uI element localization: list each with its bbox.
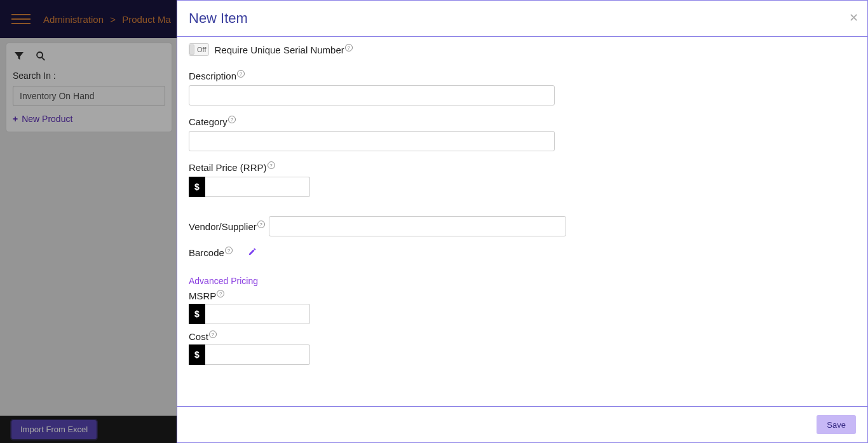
retail-text: Retail Price (RRP)	[189, 162, 267, 173]
currency-prefix: $	[189, 304, 205, 324]
msrp-label: MSRP?	[189, 290, 224, 301]
help-icon[interactable]: ?	[257, 221, 265, 228]
pencil-icon	[248, 247, 257, 256]
modal-body[interactable]: Off Require Unique Serial Number? Descri…	[177, 37, 867, 406]
help-icon[interactable]: ?	[225, 247, 233, 254]
help-icon[interactable]: ?	[217, 290, 224, 297]
retail-price-label: Retail Price (RRP)?	[189, 161, 275, 173]
category-input[interactable]	[189, 131, 555, 151]
barcode-text: Barcode	[189, 247, 224, 258]
category-text: Category	[189, 116, 227, 127]
modal-title: New Item	[189, 10, 248, 27]
barcode-label: Barcode?	[189, 247, 233, 258]
vendor-label: Vendor/Supplier?	[189, 221, 265, 232]
cost-input[interactable]	[205, 344, 310, 365]
require-serial-label: Require Unique Serial Number?	[214, 44, 352, 55]
retail-price-input[interactable]	[205, 177, 310, 197]
help-icon[interactable]: ?	[268, 161, 275, 169]
require-serial-text: Require Unique Serial Number	[214, 44, 344, 55]
help-icon[interactable]: ?	[228, 116, 236, 123]
modal-header: New Item ✕	[177, 1, 867, 37]
currency-prefix: $	[189, 344, 205, 365]
msrp-input[interactable]	[205, 304, 310, 324]
require-serial-toggle[interactable]: Off	[189, 43, 209, 56]
msrp-text: MSRP	[189, 290, 216, 301]
cost-label: Cost?	[189, 331, 217, 342]
description-input[interactable]	[189, 85, 555, 106]
toggle-knob	[189, 44, 194, 55]
vendor-input[interactable]	[269, 216, 566, 236]
help-icon[interactable]: ?	[237, 70, 245, 78]
help-icon[interactable]: ?	[345, 44, 353, 51]
modal-close-button[interactable]: ✕	[849, 12, 858, 24]
description-text: Description	[189, 71, 236, 81]
advanced-pricing-link[interactable]: Advanced Pricing	[189, 276, 258, 286]
currency-prefix: $	[189, 177, 205, 197]
cost-text: Cost	[189, 331, 208, 342]
toggle-state: Off	[197, 46, 206, 53]
new-item-modal: New Item ✕ Off Require Unique Serial Num…	[177, 0, 868, 443]
edit-barcode-button[interactable]	[248, 247, 257, 258]
vendor-text: Vendor/Supplier	[189, 221, 257, 232]
save-button[interactable]: Save	[817, 415, 856, 434]
help-icon[interactable]: ?	[209, 331, 217, 338]
close-icon: ✕	[849, 11, 858, 24]
category-label: Category?	[189, 116, 236, 127]
save-label: Save	[827, 420, 846, 430]
description-label: Description?	[189, 70, 245, 81]
modal-footer: Save	[177, 406, 867, 442]
